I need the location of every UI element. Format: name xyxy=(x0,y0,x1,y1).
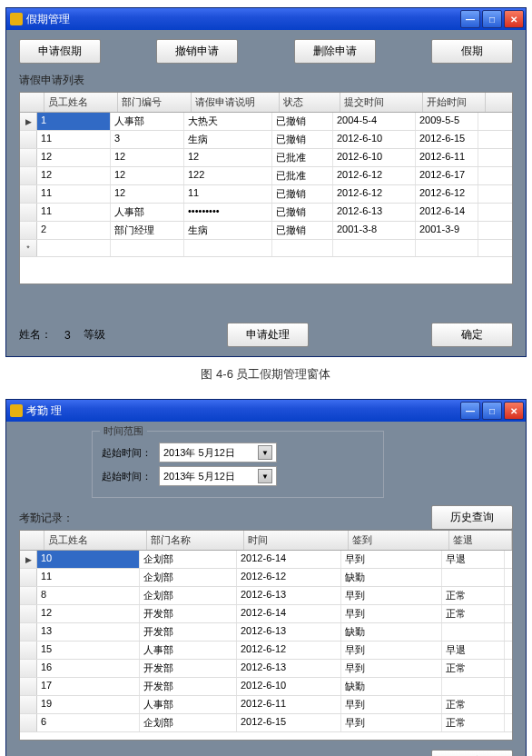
record-label: 考勤记录： xyxy=(19,511,74,526)
end-date-input[interactable]: 2013年 5月12日 ▼ xyxy=(159,466,277,486)
titlebar[interactable]: 假期管理 — □ ✕ xyxy=(6,8,526,30)
toolbar: 申请假期 撤销申请 删除申请 假期 xyxy=(19,39,513,64)
table-row[interactable]: 13开发部2012-6-13缺勤 xyxy=(20,623,512,642)
figure-caption-1: 图 4-6 员工假期管理窗体 xyxy=(5,366,527,383)
col-in[interactable]: 签到 xyxy=(349,531,449,550)
dropdown-icon[interactable]: ▼ xyxy=(258,445,272,460)
col-status[interactable]: 状态 xyxy=(280,93,340,112)
list-label: 请假申请列表 xyxy=(19,73,513,88)
table-row[interactable]: ▶1人事部大热天已撤销2004-5-42009-5-5 xyxy=(20,113,512,131)
table-row[interactable]: 17开发部2012-6-10缺勤 xyxy=(20,678,512,696)
minimize-button[interactable]: — xyxy=(460,10,480,28)
footer: 姓名： 3 职称： 2 确定 xyxy=(19,750,513,756)
apply-button[interactable]: 申请假期 xyxy=(19,39,101,64)
table-row[interactable]: 121212已批准2012-6-102012-6-11 xyxy=(20,149,512,167)
col-name[interactable]: 员工姓名 xyxy=(44,93,118,112)
table-row[interactable]: 2部门经理生病已撤销2001-3-82001-3-9 xyxy=(20,222,512,240)
delete-button[interactable]: 删除申请 xyxy=(294,39,376,64)
col-start[interactable]: 开始时间 xyxy=(423,93,486,112)
history-button[interactable]: 历史查询 xyxy=(431,505,513,530)
name-label: 姓名： xyxy=(19,327,52,343)
end-label: 起始时间： xyxy=(102,470,152,483)
maximize-button[interactable]: □ xyxy=(482,402,502,420)
window-attendance: 考勤 理 — □ ✕ 时间范围 起始时间： 2013年 5月12日 ▼ 起始时间… xyxy=(5,399,527,756)
window-vacation: 假期管理 — □ ✕ 申请假期 撤销申请 删除申请 假期 请假申请列表 员工姓名… xyxy=(5,7,527,357)
ok-button[interactable]: 确定 xyxy=(431,750,513,756)
table-row[interactable]: 111211已撤销2012-6-122012-6-12 xyxy=(20,185,512,204)
vacation-button[interactable]: 假期 xyxy=(431,39,513,64)
table-row[interactable]: 11企划部2012-6-12缺勤 xyxy=(20,569,512,587)
process-button[interactable]: 申请处理 xyxy=(227,323,309,347)
close-button[interactable]: ✕ xyxy=(504,402,524,420)
table-row[interactable]: 15人事部2012-6-12早到早退 xyxy=(20,642,512,660)
table-row[interactable]: 11人事部•••••••••已撤销2012-6-132012-6-14 xyxy=(20,204,512,222)
name-value: 3 xyxy=(64,329,71,342)
table-row[interactable]: 1212122已批准2012-6-122012-6-17 xyxy=(20,167,512,185)
table-row[interactable]: 12开发部2012-6-14早到正常 xyxy=(20,605,512,623)
start-label: 起始时间： xyxy=(102,446,152,460)
col-dept[interactable]: 部门名称 xyxy=(147,531,244,550)
col-dept[interactable]: 部门编号 xyxy=(118,93,192,112)
minimize-button[interactable]: — xyxy=(460,402,480,420)
revoke-button[interactable]: 撤销申请 xyxy=(156,39,238,64)
window-title: 考勤 理 xyxy=(26,403,460,419)
ok-button[interactable]: 确定 xyxy=(431,323,513,347)
col-name[interactable]: 员工姓名 xyxy=(44,531,147,550)
app-icon xyxy=(10,404,23,417)
vacation-grid[interactable]: 员工姓名 部门编号 请假申请说明 状态 提交时间 开始时间 ▶1人事部大热天已撤… xyxy=(19,92,513,284)
dropdown-icon[interactable]: ▼ xyxy=(258,469,272,483)
col-time[interactable]: 时间 xyxy=(244,531,349,550)
col-desc[interactable]: 请假申请说明 xyxy=(192,93,280,112)
titlebar[interactable]: 考勤 理 — □ ✕ xyxy=(6,400,526,422)
table-row[interactable]: ▶10企划部2012-6-14早到早退 xyxy=(20,551,512,569)
table-row[interactable]: 6企划部2012-6-15早到正常 xyxy=(20,714,512,732)
window-title: 假期管理 xyxy=(26,12,460,27)
col-out[interactable]: 签退 xyxy=(449,531,512,550)
attendance-grid[interactable]: 员工姓名 部门名称 时间 签到 签退 ▶10企划部2012-6-14早到早退11… xyxy=(19,530,513,741)
close-button[interactable]: ✕ xyxy=(504,10,524,28)
col-submit[interactable]: 提交时间 xyxy=(340,93,423,112)
table-row[interactable]: 19人事部2012-6-11早到正常 xyxy=(20,696,512,714)
app-icon xyxy=(10,13,23,25)
table-row-empty[interactable]: * xyxy=(20,240,512,257)
start-date-input[interactable]: 2013年 5月12日 ▼ xyxy=(159,443,277,463)
table-row[interactable]: 8企划部2012-6-13早到正常 xyxy=(20,587,512,605)
maximize-button[interactable]: □ xyxy=(482,10,502,28)
table-row[interactable]: 113生病已撤销2012-6-102012-6-15 xyxy=(20,131,512,149)
grade-label: 等级 xyxy=(84,327,105,343)
table-row[interactable]: 16开发部2012-6-13早到正常 xyxy=(20,660,512,678)
footer: 姓名： 3 等级 申请处理 确定 xyxy=(19,323,513,347)
time-range-box: 时间范围 起始时间： 2013年 5月12日 ▼ 起始时间： 2013年 5月1… xyxy=(92,431,384,498)
time-legend: 时间范围 xyxy=(100,424,147,438)
